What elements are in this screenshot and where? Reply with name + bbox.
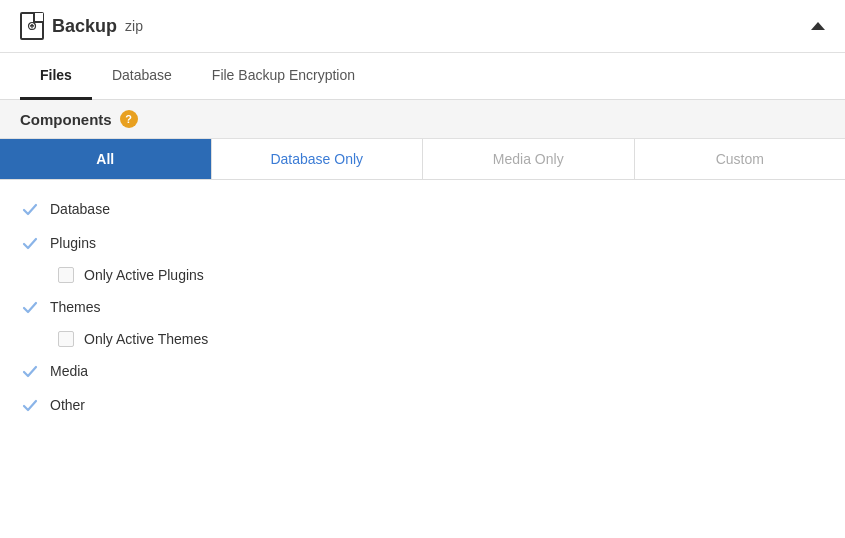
checkbox-only-active-plugins[interactable] [58, 267, 74, 283]
list-item: Only Active Themes [20, 324, 825, 354]
tab-file-backup-encryption[interactable]: File Backup Encryption [192, 53, 375, 100]
file-icon [20, 12, 44, 40]
comp-tab-all[interactable]: All [0, 139, 212, 179]
app-header: Backup zip [0, 0, 845, 53]
app-title: Backup zip [20, 12, 143, 40]
check-icon-plugins[interactable] [20, 233, 40, 253]
list-item: Media [20, 354, 825, 388]
comp-tab-custom[interactable]: Custom [635, 139, 846, 179]
item-label-themes: Themes [50, 299, 101, 315]
list-item: Other [20, 388, 825, 422]
list-item: Database [20, 192, 825, 226]
tab-database[interactable]: Database [92, 53, 192, 100]
item-label-only-active-plugins: Only Active Plugins [84, 267, 204, 283]
components-nav: All Database Only Media Only Custom [0, 139, 845, 180]
comp-tab-media-only[interactable]: Media Only [423, 139, 635, 179]
item-label-plugins: Plugins [50, 235, 96, 251]
check-icon-media[interactable] [20, 361, 40, 381]
check-icon-database[interactable] [20, 199, 40, 219]
item-label-other: Other [50, 397, 85, 413]
comp-tab-database-only[interactable]: Database Only [212, 139, 424, 179]
item-label-media: Media [50, 363, 88, 379]
section-title: Components [20, 111, 112, 128]
checkbox-only-active-themes[interactable] [58, 331, 74, 347]
title-text: Backup [52, 16, 117, 37]
list-item: Themes [20, 290, 825, 324]
items-list: Database Plugins Only Active Plugins The… [0, 180, 845, 434]
check-icon-other[interactable] [20, 395, 40, 415]
check-icon-themes[interactable] [20, 297, 40, 317]
collapse-button[interactable] [811, 22, 825, 30]
list-item: Only Active Plugins [20, 260, 825, 290]
tab-files[interactable]: Files [20, 53, 92, 100]
item-label-only-active-themes: Only Active Themes [84, 331, 208, 347]
item-label-database: Database [50, 201, 110, 217]
subtitle-text: zip [125, 18, 143, 34]
tabs-bar: Files Database File Backup Encryption [0, 53, 845, 100]
section-header: Components ? [0, 100, 845, 139]
list-item: Plugins [20, 226, 825, 260]
help-icon[interactable]: ? [120, 110, 138, 128]
main-content: Components ? All Database Only Media Onl… [0, 100, 845, 434]
